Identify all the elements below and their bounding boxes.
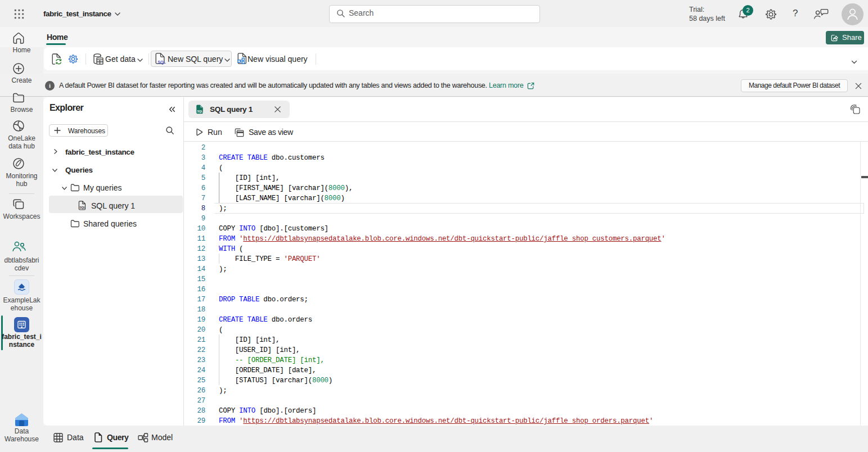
svg-text:SQL: SQL	[158, 60, 166, 65]
svg-text:SQL: SQL	[197, 110, 203, 113]
svg-text:SQL: SQL	[80, 206, 86, 209]
